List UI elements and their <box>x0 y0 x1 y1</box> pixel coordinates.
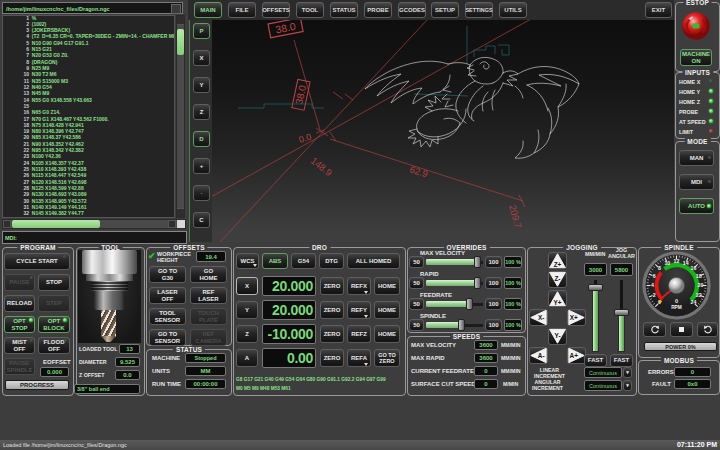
svg-text:Y-: Y- <box>554 332 560 339</box>
svg-text:RPM: RPM <box>671 305 682 310</box>
svg-text:Y+: Y+ <box>554 299 562 306</box>
svg-text:18: 18 <box>696 273 702 279</box>
svg-text:X-: X- <box>538 314 544 321</box>
svg-text:6: 6 <box>653 273 656 279</box>
svg-text:16: 16 <box>691 265 697 271</box>
svg-text:A+: A+ <box>570 352 579 359</box>
svg-text:24: 24 <box>691 299 697 305</box>
svg-text:62.9: 62.9 <box>408 163 429 179</box>
svg-text:4: 4 <box>651 282 654 288</box>
svg-text:Z-: Z- <box>554 275 560 282</box>
svg-text:10: 10 <box>664 260 670 266</box>
svg-text:22: 22 <box>696 292 702 298</box>
svg-text:20: 20 <box>698 282 704 288</box>
svg-text:2: 2 <box>653 292 656 298</box>
svg-text:0: 0 <box>675 298 678 304</box>
svg-text:0.0: 0.0 <box>298 132 313 145</box>
svg-text:8: 8 <box>658 265 661 271</box>
svg-text:148.9: 148.9 <box>309 155 335 178</box>
svg-text:X+: X+ <box>570 314 578 321</box>
svg-text:14: 14 <box>683 260 689 266</box>
svg-text:Z+: Z+ <box>554 261 562 268</box>
svg-text:A-: A- <box>538 352 545 359</box>
svg-text:209.7: 209.7 <box>507 204 524 230</box>
svg-text:12: 12 <box>674 258 680 264</box>
